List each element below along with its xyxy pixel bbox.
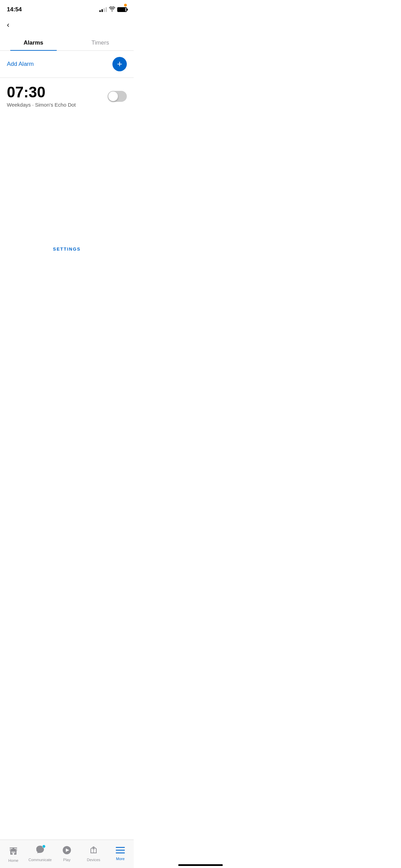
- plus-icon: +: [117, 59, 122, 68]
- back-button[interactable]: ‹: [0, 17, 134, 31]
- status-time: 14:54: [7, 6, 22, 13]
- signal-bars-icon: [99, 7, 107, 12]
- tab-alarms[interactable]: Alarms: [0, 35, 67, 50]
- tab-timers[interactable]: Timers: [67, 35, 134, 50]
- status-icons: [99, 7, 127, 13]
- back-chevron-icon[interactable]: ‹: [7, 21, 9, 29]
- battery-icon: [117, 7, 127, 12]
- add-alarm-button[interactable]: +: [112, 57, 127, 71]
- orange-dot: [124, 4, 127, 7]
- add-alarm-link[interactable]: Add Alarm: [7, 61, 34, 68]
- alarm-item[interactable]: 07:30 Weekdays · Simon's Echo Dot: [0, 78, 134, 114]
- alarm-time: 07:30: [7, 85, 76, 100]
- add-alarm-row: Add Alarm +: [0, 51, 134, 78]
- toggle-thumb: [108, 92, 118, 101]
- status-bar: 14:54: [0, 0, 134, 17]
- alarm-subtitle: Weekdays · Simon's Echo Dot: [7, 102, 76, 108]
- settings-watermark: SETTINGS: [53, 246, 81, 252]
- alarm-toggle[interactable]: [108, 91, 127, 102]
- tab-bar: Alarms Timers: [0, 35, 134, 51]
- wifi-icon: [109, 7, 115, 13]
- alarm-info: 07:30 Weekdays · Simon's Echo Dot: [7, 85, 76, 108]
